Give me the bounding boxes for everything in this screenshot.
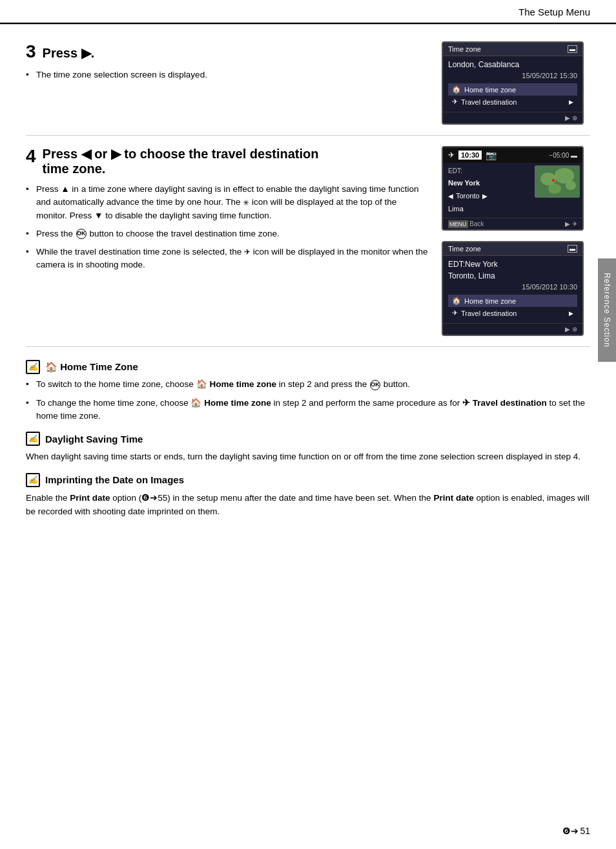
city-toronto: Toronto: [456, 190, 480, 203]
note-home-heading: ✍ 🏠 Home Time Zone: [26, 360, 590, 374]
travel-footer-right: ▶ ✈: [565, 220, 577, 227]
step4-bullets: Press ▲ in a time zone where daylight sa…: [26, 183, 429, 272]
step4-right: ✈ 10:30 📷 −05:00 ▬ EDT: New York ◀ Toron…: [442, 146, 590, 336]
screen1-time: 15/05/2012 15:30: [448, 72, 577, 79]
travel-screen: ✈ 10:30 📷 −05:00 ▬ EDT: New York ◀ Toron…: [442, 146, 584, 231]
screen2-location2: Toronto, Lima: [448, 271, 577, 280]
sun-icon: ✳: [243, 197, 249, 209]
step4-title-line2: time zone.: [43, 162, 319, 176]
note-icon-daylight: ✍: [26, 432, 40, 446]
plane-icon-inline: ✈: [244, 246, 251, 258]
header-title: The Setup Menu: [518, 6, 590, 17]
step4-section: 4 Press ◀ or ▶ to choose the travel dest…: [26, 136, 590, 347]
map-svg: [535, 166, 580, 198]
step4-number: 4: [26, 146, 36, 167]
svg-point-1: [540, 173, 556, 185]
step4-title-line1: Press ◀ or ▶ to choose the travel destin…: [43, 146, 319, 162]
svg-point-4: [548, 183, 561, 194]
note-icon-home: ✍: [26, 360, 40, 374]
screen1: Time zone ▬ London, Casablanca 15/05/201…: [442, 41, 584, 125]
screen2-battery: ▬: [568, 245, 577, 253]
page-number: ❻➔ 51: [562, 826, 590, 836]
note-daylight-saving: ✍ Daylight Saving Time When daylight sav…: [26, 432, 590, 464]
main-content: 3 Press ▶. The time zone selection scree…: [0, 25, 616, 541]
travel-label-s1: Travel destination: [461, 98, 517, 106]
travel-cam-icon: 📷: [486, 150, 497, 160]
home-icon-s2: 🏠: [452, 297, 461, 305]
home-zone-ref2: 🏠 Home time zone: [190, 398, 271, 408]
city-lima: Lima: [448, 203, 577, 216]
note-home-title: 🏠 Home Time Zone: [45, 361, 138, 373]
svg-point-5: [552, 179, 555, 182]
print-date-ref1: Print date: [70, 493, 110, 503]
travel-body: EDT: New York ◀ Toronto ▶ Lima: [443, 163, 582, 218]
travel-footer: MENU Back ▶ ✈: [443, 218, 582, 229]
travel-offset: −05:00 ▬: [549, 152, 577, 159]
side-tab-label: Reference Section: [602, 273, 611, 348]
travel-icon-s1: ✈: [452, 98, 458, 106]
screen2-footer-icons: ▶ ⊕: [565, 326, 577, 333]
travel-time: 10:30: [458, 151, 482, 160]
travel-arrow-s1: ▶: [569, 99, 573, 105]
reference-section-tab: Reference Section: [598, 258, 616, 362]
screen1-menu-travel: ✈ Travel destination ▶: [448, 96, 577, 108]
note-daylight-title: Daylight Saving Time: [45, 434, 143, 445]
page-number-value: 51: [580, 826, 590, 836]
step3-section: 3 Press ▶. The time zone selection scree…: [26, 31, 590, 136]
note-imprinting-para: Enable the Print date option (❻➔55) in t…: [26, 491, 590, 519]
arrow-left-icon: ◀: [448, 191, 453, 202]
screen1-titlebar: Time zone ▬: [443, 43, 582, 56]
screen2-location1: EDT:New York: [448, 260, 577, 269]
note-daylight-text: When daylight saving time starts or ends…: [26, 450, 590, 464]
screen2-menu-travel: ✈ Travel destination ▶: [448, 307, 577, 319]
step3-right: Time zone ▬ London, Casablanca 15/05/201…: [442, 41, 590, 125]
page-header: The Setup Menu: [0, 0, 616, 24]
note-imprinting-heading: ✍ Imprinting the Date on Images: [26, 473, 590, 487]
travel-label-s2: Travel destination: [461, 309, 517, 317]
step4-bullet-2: Press the OK button to choose the travel…: [26, 227, 429, 240]
travel-icon-s2: ✈: [452, 309, 458, 317]
screen1-location: London, Casablanca: [448, 60, 577, 69]
note-home-bullet-2: To change the home time zone, choose 🏠 H…: [26, 397, 590, 423]
screen1-menu-home: 🏠 Home time zone: [448, 83, 577, 96]
step3-number: 3: [26, 41, 36, 62]
travel-dest-ref: ✈ Travel destination: [462, 398, 547, 408]
notes-section: ✍ 🏠 Home Time Zone To switch to the home…: [26, 360, 590, 519]
travel-plane-icon: ✈: [448, 151, 455, 160]
step4-bullet-3: While the travel destination time zone i…: [26, 246, 429, 272]
home-icon-s1: 🏠: [452, 85, 461, 94]
travel-back-label: MENU Back: [448, 220, 484, 227]
home-label-s2: Home time zone: [464, 297, 516, 305]
screen1-body: London, Casablanca 15/05/2012 15:30 🏠 Ho…: [443, 56, 582, 112]
screen1-title: Time zone: [448, 45, 481, 53]
note-daylight-heading: ✍ Daylight Saving Time: [26, 432, 590, 446]
home-zone-ref1: 🏠 Home time zone: [196, 379, 276, 389]
screen2-footer: ▶ ⊕: [443, 323, 582, 335]
travel-screen-header: ✈ 10:30 📷 −05:00 ▬: [443, 147, 582, 163]
screen2-time: 15/05/2012 10:30: [448, 283, 577, 291]
screen2-body: EDT:New York Toronto, Lima 15/05/2012 10…: [443, 256, 582, 323]
screen2: Time zone ▬ EDT:New York Toronto, Lima 1…: [442, 241, 584, 336]
step3-left: 3 Press ▶. The time zone selection scree…: [26, 41, 429, 125]
note-icon-imprinting: ✍: [26, 473, 40, 487]
ok-icon-inline: OK: [76, 229, 87, 239]
screen1-battery: ▬: [568, 45, 577, 53]
home-label-s1: Home time zone: [464, 86, 516, 94]
page-footer: ❻➔ 51: [562, 826, 590, 836]
note-imprinting-title: Imprinting the Date on Images: [45, 474, 184, 485]
step3-title: Press ▶.: [43, 45, 95, 61]
print-date-ref2: Print date: [433, 493, 473, 503]
note-imprinting: ✍ Imprinting the Date on Images Enable t…: [26, 473, 590, 519]
arrow-right-icon: ▶: [482, 191, 488, 202]
screen1-footer-icons: ▶ ⊕: [565, 114, 577, 121]
step3-bullets: The time zone selection screen is displa…: [26, 68, 429, 81]
step4-bullet-1: Press ▲ in a time zone where daylight sa…: [26, 183, 429, 222]
screen1-footer: ▶ ⊕: [443, 112, 582, 123]
page-number-prefix: ❻➔: [562, 826, 579, 836]
step4-heading: 4 Press ◀ or ▶ to choose the travel dest…: [26, 146, 429, 176]
screen2-titlebar: Time zone ▬: [443, 242, 582, 256]
screen2-menu-home: 🏠 Home time zone: [448, 295, 577, 307]
ok-icon-note1: OK: [370, 380, 380, 390]
note-imprinting-text: Enable the Print date option (❻➔55) in t…: [26, 491, 590, 519]
travel-arrow-s2: ▶: [569, 310, 573, 317]
